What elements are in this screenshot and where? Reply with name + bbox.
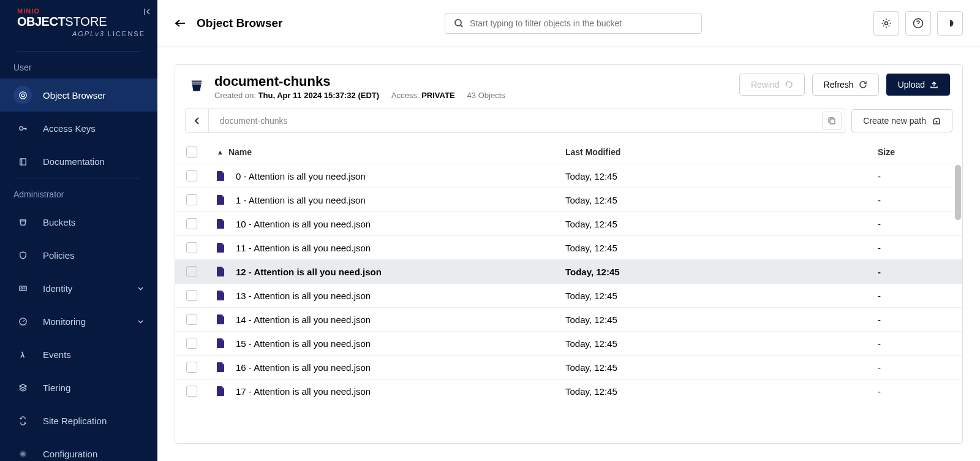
chevron-down-icon (137, 285, 144, 292)
file-name-cell[interactable]: 0 - Attention is all you need.json (217, 171, 565, 181)
size-cell: - (878, 362, 951, 373)
create-path-button[interactable]: Create new path (851, 109, 952, 132)
row-checkbox-cell[interactable] (186, 194, 217, 205)
row-checkbox-cell[interactable] (186, 362, 217, 373)
file-name-cell[interactable]: 15 - Attention is all you need.json (217, 338, 565, 349)
theme-toggle-button[interactable] (937, 11, 963, 36)
sidebar-item-events[interactable]: Events (0, 338, 157, 371)
file-icon (217, 338, 225, 348)
row-checkbox-cell[interactable] (186, 242, 217, 253)
table-row[interactable]: 12 - Attention is all you need.jsonToday… (175, 259, 962, 283)
shield-icon (13, 246, 32, 264)
sidebar-item-label: Documentation (43, 156, 105, 167)
file-name-cell[interactable]: 10 - Attention is all you need.json (217, 219, 565, 229)
sidebar-item-label: Tiering (43, 383, 70, 393)
row-checkbox-cell[interactable] (186, 314, 217, 325)
row-checkbox-cell[interactable] (186, 266, 217, 277)
sidebar-item-site-replication[interactable]: Site Replication (0, 404, 157, 437)
breadcrumb-back-button[interactable] (186, 109, 209, 132)
file-name-cell[interactable]: 11 - Attention is all you need.json (217, 243, 565, 253)
sidebar-item-access-keys[interactable]: Access Keys (0, 112, 157, 145)
file-name-cell[interactable]: 17 - Attention is all you need.json (217, 386, 565, 397)
logo-main-line: OBJECTSTORE (17, 15, 145, 29)
key-icon (13, 119, 32, 137)
last-modified-cell: Today, 12:45 (565, 386, 878, 397)
size-cell: - (878, 171, 951, 181)
file-icon (217, 243, 225, 253)
panel-header: document-chunks Created on: Thu, Apr 11 … (175, 65, 962, 109)
sidebar-item-buckets[interactable]: Buckets (0, 205, 157, 238)
sidebar: MINIO OBJECTSTORE AGPLv3 LICENSE UserObj… (0, 0, 157, 461)
row-checkbox[interactable] (186, 362, 197, 373)
back-arrow-icon[interactable] (175, 19, 186, 28)
table-row[interactable]: 14 - Attention is all you need.jsonToday… (175, 307, 962, 331)
file-name-cell[interactable]: 16 - Attention is all you need.json (217, 362, 565, 373)
row-checkbox[interactable] (186, 338, 197, 349)
row-checkbox-cell[interactable] (186, 290, 217, 301)
table-row[interactable]: 1 - Attention is all you need.jsonToday,… (175, 188, 962, 211)
svg-point-7 (455, 20, 461, 26)
copy-path-button[interactable] (822, 112, 842, 130)
row-checkbox-cell[interactable] (186, 386, 217, 397)
row-checkbox[interactable] (186, 194, 197, 205)
row-checkbox[interactable] (186, 290, 197, 301)
row-checkbox[interactable] (186, 170, 197, 181)
select-all-cell[interactable] (186, 147, 217, 158)
scrollbar-thumb[interactable] (955, 165, 961, 220)
upload-button[interactable]: Upload (886, 74, 950, 96)
search-input[interactable] (470, 18, 693, 28)
last-modified-cell: Today, 12:45 (565, 338, 878, 349)
sidebar-item-object-browser[interactable]: Object Browser (0, 78, 157, 112)
settings-button[interactable] (873, 11, 899, 36)
row-checkbox[interactable] (186, 266, 197, 277)
help-button[interactable] (905, 11, 931, 36)
row-checkbox-cell[interactable] (186, 338, 217, 349)
table-body[interactable]: 0 - Attention is all you need.jsonToday,… (175, 164, 962, 442)
table-row[interactable]: 11 - Attention is all you need.jsonToday… (175, 235, 962, 259)
row-checkbox[interactable] (186, 386, 197, 397)
table-row[interactable]: 13 - Attention is all you need.jsonToday… (175, 283, 962, 307)
col-last-modified[interactable]: Last Modified (565, 147, 878, 157)
svg-point-6 (21, 452, 24, 455)
col-size[interactable]: Size (878, 147, 951, 157)
file-name-cell[interactable]: 14 - Attention is all you need.json (217, 314, 565, 325)
refresh-button[interactable]: Refresh (812, 74, 879, 96)
file-name: 10 - Attention is all you need.json (236, 219, 371, 229)
table-row[interactable]: 15 - Attention is all you need.jsonToday… (175, 331, 962, 355)
collapse-sidebar-icon[interactable] (143, 7, 151, 16)
select-all-checkbox[interactable] (186, 147, 197, 158)
sidebar-item-label: Buckets (43, 217, 75, 227)
sidebar-item-documentation[interactable]: Documentation (0, 145, 157, 178)
last-modified-cell: Today, 12:45 (565, 267, 878, 277)
table-row[interactable]: 16 - Attention is all you need.jsonToday… (175, 355, 962, 379)
row-checkbox[interactable] (186, 242, 197, 253)
search-icon (454, 18, 464, 28)
sidebar-header: MINIO OBJECTSTORE AGPLv3 LICENSE (0, 0, 157, 44)
search-box[interactable] (445, 13, 702, 34)
table-row[interactable]: 0 - Attention is all you need.jsonToday,… (175, 164, 962, 188)
svg-point-5 (19, 318, 26, 324)
sidebar-item-label: Events (43, 349, 71, 360)
file-name-cell[interactable]: 1 - Attention is all you need.json (217, 195, 565, 205)
row-checkbox[interactable] (186, 218, 197, 229)
bucket-meta: Created on: Thu, Apr 11 2024 15:37:32 (E… (214, 91, 731, 100)
row-checkbox-cell[interactable] (186, 218, 217, 229)
rewind-button[interactable]: Rewind (739, 74, 805, 96)
row-checkbox-cell[interactable] (186, 170, 217, 181)
access: Access: PRIVATE (391, 91, 455, 100)
file-name-cell[interactable]: 13 - Attention is all you need.json (217, 291, 565, 301)
file-name-cell[interactable]: 12 - Attention is all you need.json (217, 267, 565, 277)
sidebar-item-identity[interactable]: Identity (0, 272, 157, 305)
sidebar-item-configuration[interactable]: Configuration (0, 437, 157, 461)
file-name: 11 - Attention is all you need.json (236, 243, 371, 253)
created-on: Created on: Thu, Apr 11 2024 15:37:32 (E… (214, 91, 379, 100)
sidebar-item-policies[interactable]: Policies (0, 238, 157, 272)
table-row[interactable]: 10 - Attention is all you need.jsonToday… (175, 211, 962, 235)
sidebar-item-tiering[interactable]: Tiering (0, 371, 157, 404)
row-checkbox[interactable] (186, 314, 197, 325)
table-row[interactable]: 17 - Attention is all you need.jsonToday… (175, 379, 962, 403)
file-icon (217, 291, 225, 300)
col-name[interactable]: ▲ Name (217, 147, 565, 157)
size-cell: - (878, 386, 951, 397)
sidebar-item-monitoring[interactable]: Monitoring (0, 305, 157, 338)
